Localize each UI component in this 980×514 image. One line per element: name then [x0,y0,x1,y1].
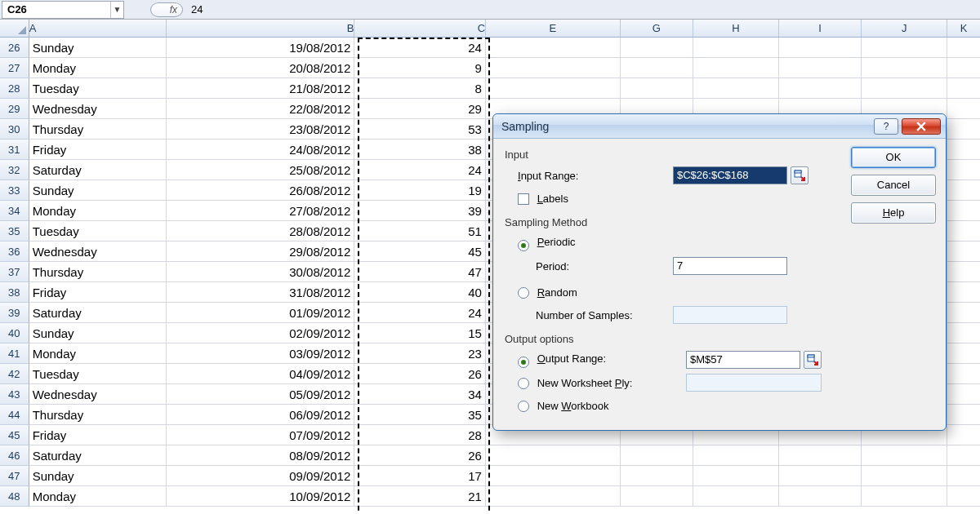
cell[interactable]: 17 [354,466,486,486]
input-range-picker-button[interactable] [791,166,808,184]
cell[interactable] [779,78,862,99]
help-button[interactable]: Help [851,202,936,224]
cell[interactable] [947,99,980,119]
cell[interactable]: 51 [354,221,486,241]
cell[interactable] [947,303,980,323]
insert-function-button[interactable]: fx [150,2,183,17]
cell[interactable]: 39 [354,201,486,221]
cell[interactable] [947,119,980,140]
cell[interactable]: 19 [354,180,486,201]
new-worksheet-ply-radio[interactable]: New Worksheet Ply: [518,377,686,389]
cell[interactable]: 07/09/2012 [167,425,354,445]
cell[interactable] [947,323,980,343]
cell[interactable]: Sunday [29,180,167,201]
row-header[interactable]: 42 [0,364,29,384]
cell[interactable] [693,486,779,507]
row-header[interactable]: 43 [0,384,29,405]
row-header[interactable]: 47 [0,466,29,486]
row-header[interactable]: 28 [0,78,29,99]
cell[interactable] [693,78,779,99]
cell[interactable] [779,38,862,58]
name-box-dropdown-icon[interactable]: ▼ [110,2,123,18]
cell[interactable]: 19/08/2012 [167,38,354,58]
cell[interactable]: 38 [354,140,486,160]
cell[interactable]: Tuesday [29,221,167,241]
input-range-field[interactable]: $C$26:$C$168 [673,166,787,184]
cell[interactable] [621,78,693,99]
cell[interactable]: Monday [29,201,167,221]
cell[interactable]: 28 [354,425,486,445]
row-header[interactable]: 32 [0,160,29,180]
output-range-radio[interactable]: Output Range: [518,352,686,368]
cell[interactable] [947,201,980,221]
cell[interactable]: Wednesday [29,241,167,262]
cell[interactable] [486,38,621,58]
cell[interactable] [693,58,779,78]
period-field[interactable]: 7 [673,257,787,275]
dialog-help-button[interactable]: ? [874,118,898,135]
row-header[interactable]: 41 [0,343,29,364]
row-header[interactable]: 45 [0,425,29,445]
row-header[interactable]: 46 [0,445,29,466]
cell[interactable]: Tuesday [29,364,167,384]
cell[interactable]: 26 [354,364,486,384]
column-header[interactable]: E [486,20,621,37]
cell[interactable]: 04/09/2012 [167,364,354,384]
random-radio[interactable]: Random [518,286,577,299]
cell[interactable]: 24 [354,160,486,180]
cell[interactable] [486,445,621,466]
cell[interactable] [693,38,779,58]
cell[interactable] [947,343,980,364]
cell[interactable]: Saturday [29,160,167,180]
cell[interactable]: Monday [29,486,167,507]
cell[interactable] [486,486,621,507]
cell[interactable] [779,466,862,486]
cell[interactable] [947,282,980,303]
cell[interactable]: 24 [354,38,486,58]
cell[interactable] [947,38,980,58]
cell[interactable]: Wednesday [29,384,167,405]
cell[interactable] [621,58,693,78]
cell[interactable] [862,38,947,58]
dialog-titlebar[interactable]: Sampling ? [493,114,946,139]
cell[interactable] [862,445,947,466]
cell[interactable] [779,486,862,507]
cell[interactable]: 05/09/2012 [167,384,354,405]
cell[interactable] [693,445,779,466]
row-header[interactable]: 29 [0,99,29,119]
cell[interactable]: 26 [354,445,486,466]
cell[interactable]: 01/09/2012 [167,303,354,323]
cell[interactable] [947,160,980,180]
cell[interactable] [486,466,621,486]
cell[interactable]: 47 [354,262,486,282]
cell[interactable]: 24/08/2012 [167,140,354,160]
cell[interactable]: Saturday [29,303,167,323]
row-header[interactable]: 31 [0,140,29,160]
row-header[interactable]: 35 [0,221,29,241]
column-header[interactable]: H [693,20,779,37]
cell[interactable] [486,78,621,99]
output-range-picker-button[interactable] [804,351,822,369]
ok-button[interactable]: OK [851,147,936,168]
cell[interactable]: 53 [354,119,486,140]
cell[interactable]: Friday [29,425,167,445]
row-header[interactable]: 27 [0,58,29,78]
cell[interactable] [947,221,980,241]
cell[interactable]: 28/08/2012 [167,221,354,241]
dialog-close-button[interactable] [902,118,941,135]
row-header[interactable]: 40 [0,323,29,343]
new-worksheet-ply-field[interactable] [686,374,822,392]
cell[interactable] [947,140,980,160]
cancel-button[interactable]: Cancel [851,175,936,196]
cell[interactable] [947,180,980,201]
cell[interactable] [947,58,980,78]
cell[interactable] [947,78,980,99]
select-all-corner[interactable] [0,20,29,37]
cell[interactable] [779,58,862,78]
column-header[interactable]: I [779,20,862,37]
labels-checkbox[interactable]: Labels [518,193,568,205]
cell[interactable] [621,486,693,507]
row-header[interactable]: 44 [0,405,29,425]
cell[interactable]: 45 [354,241,486,262]
cell[interactable]: Thursday [29,405,167,425]
